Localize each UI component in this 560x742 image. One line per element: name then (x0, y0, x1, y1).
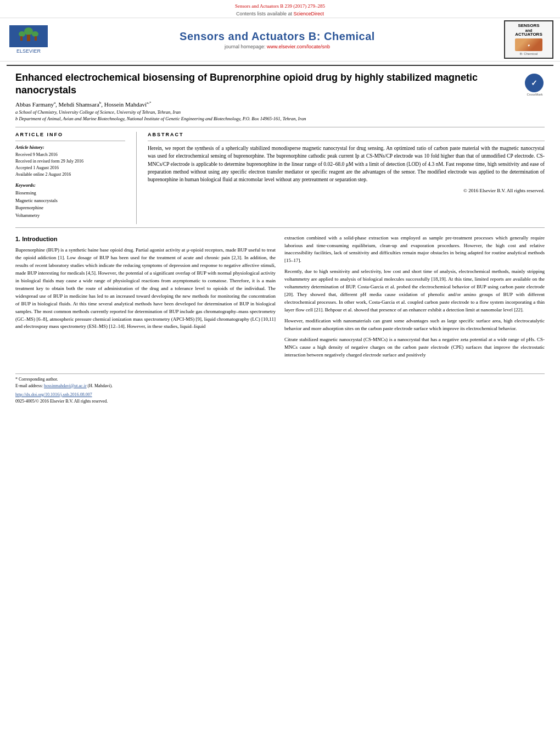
available-date: Available online 2 August 2016 (15, 171, 125, 178)
abstract-text: Herein, we report the synthesis of a sph… (148, 144, 545, 183)
sensors-logo-bottom: B: Chemical (520, 52, 537, 55)
email-label: E-mail address: (15, 383, 43, 388)
svg-point-3 (19, 31, 25, 37)
svg-point-4 (32, 31, 38, 37)
received-revised-date: Received in revised form 29 July 2016 (15, 158, 125, 165)
footer-separator (15, 373, 545, 374)
keywords-list: Biosensing Magnetic nanocrystals Bupreno… (15, 189, 125, 219)
corresponding-author: * Corresponding author. (15, 376, 545, 383)
citation-text: Sensors and Actuators B 239 (2017) 279–2… (235, 3, 325, 9)
article-body: ARTICLE INFO Article history: Received 9… (15, 132, 545, 224)
email-suffix: (H. Mahdavi). (88, 383, 113, 388)
abstract-separator (148, 141, 545, 141)
keywords-label: Keywords: (15, 182, 125, 188)
journal-header: ELSEVIER Sensors and Actuators B: Chemic… (0, 18, 560, 62)
journal-title-area: Sensors and Actuators B: Chemical journa… (51, 30, 504, 49)
elsevier-label: ELSEVIER (16, 48, 41, 54)
intro-paragraph-right-3: However, modification with nanomaterials… (284, 317, 545, 333)
article-title-section: Enhanced electrochemical biosensing of B… (15, 71, 545, 97)
abstract-copyright: © 2016 Elsevier B.V. All rights reserved… (148, 188, 545, 193)
keyword-1: Biosensing (15, 189, 125, 197)
svg-rect-2 (27, 35, 30, 41)
column-separator (136, 132, 137, 224)
keywords-section: Keywords: Biosensing Magnetic nanocrysta… (15, 182, 125, 219)
keyword-2: Magnetic nanocrystals (15, 197, 125, 205)
keyword-3: Buprenorphine (15, 204, 125, 212)
intro-paragraph-right-2: Recently, due to high sensitivity and se… (284, 268, 545, 314)
svg-point-1 (24, 27, 33, 35)
svg-rect-5 (20, 36, 23, 41)
header-separator (7, 65, 553, 66)
email-line: E-mail address: hossinmahdavi@ut.ac.ir (… (15, 383, 545, 389)
introduction-title: 1. Introduction (15, 235, 276, 244)
affiliation-a: a School of Chemistry, University Colleg… (15, 109, 545, 116)
page-footnote: * Corresponding author. E-mail address: … (0, 376, 560, 405)
journal-title: Sensors and Actuators B: Chemical (51, 30, 504, 43)
corresponding-label: * Corresponding author. (15, 377, 58, 382)
keyword-4: Voltammetry (15, 212, 125, 220)
article-info: ARTICLE INFO Article history: Received 9… (15, 132, 125, 224)
crossmark-logo[interactable]: ✓ CrossMark (525, 74, 545, 93)
intro-paragraph-1: Buprenorphine (BUP) is a synthetic baine… (15, 247, 276, 331)
abstract-heading: ABSTRACT (148, 132, 545, 137)
doi-link[interactable]: http://dx.doi.org/10.1016/j.snb.2016.08.… (15, 392, 92, 397)
article-footer (15, 373, 545, 374)
email-link[interactable]: hossinmahdavi@ut.ac.ir (44, 383, 87, 388)
info-separator (15, 141, 125, 141)
journal-homepage: journal homepage: www.elsevier.com/locat… (51, 44, 504, 49)
elsevier-logo: ELSEVIER (7, 25, 51, 54)
section-title-text: Introduction (22, 236, 57, 242)
article-history: Article history: Received 9 March 2016 R… (15, 144, 125, 178)
affiliation-b: b Department of Animal, Avian and Marine… (15, 116, 545, 122)
intro-paragraph-right-1: extraction combined with a solid-phase e… (284, 235, 545, 265)
history-label: Article history: (15, 144, 125, 150)
article-container: Enhanced electrochemical biosensing of B… (0, 71, 560, 374)
content-separator (15, 227, 545, 228)
received-date: Received 9 March 2016 (15, 152, 125, 158)
col-right: extraction combined with a solid-phase e… (284, 235, 545, 362)
sensors-logo-top: SENSORS and ACTUATORS (515, 24, 542, 37)
elsevier-logo-box (9, 25, 48, 47)
crossmark-icon: ✓ (525, 74, 544, 92)
affiliations: a School of Chemistry, University Colleg… (15, 109, 545, 122)
article-abstract: ABSTRACT Herein, we report the synthesis… (148, 132, 545, 224)
sensors-actuators-logo: SENSORS and ACTUATORS ◆ B: Chemical (504, 20, 553, 59)
sensors-img-label: ◆ (528, 43, 530, 47)
article-title: Enhanced electrochemical biosensing of B… (15, 71, 525, 97)
journal-citation: Sensors and Actuators B 239 (2017) 279–2… (0, 0, 560, 10)
main-content: 1. Introduction Buprenorphine (BUP) is a… (15, 235, 545, 362)
svg-rect-6 (35, 36, 37, 41)
article-info-heading: ARTICLE INFO (15, 132, 125, 137)
contents-label: Contents lists available at (236, 11, 292, 16)
col-left: 1. Introduction Buprenorphine (BUP) is a… (15, 235, 276, 362)
intro-paragraph-right-4: Citrate stabilized magnetic nanocrystal … (284, 336, 545, 359)
sciencedirect-link[interactable]: ScienceDirect (294, 11, 324, 16)
homepage-label: journal homepage: (225, 44, 266, 49)
article-separator (15, 127, 545, 127)
homepage-link[interactable]: www.elsevier.com/locate/snb (267, 44, 330, 49)
authors: Abbas Farmanya, Mehdi Shamsarab, Hossein… (15, 101, 545, 108)
doi-line: http://dx.doi.org/10.1016/j.snb.2016.08.… (15, 392, 545, 398)
elsevier-tree-icon (12, 26, 45, 47)
sensors-bottom-text: B: Chemical (520, 52, 537, 55)
accepted-date: Accepted 1 August 2016 (15, 165, 125, 171)
section-number: 1. (15, 236, 20, 242)
sensors-logo-image: ◆ (515, 38, 542, 51)
issn-line: 0925-4005/© 2016 Elsevier B.V. All right… (15, 398, 545, 405)
